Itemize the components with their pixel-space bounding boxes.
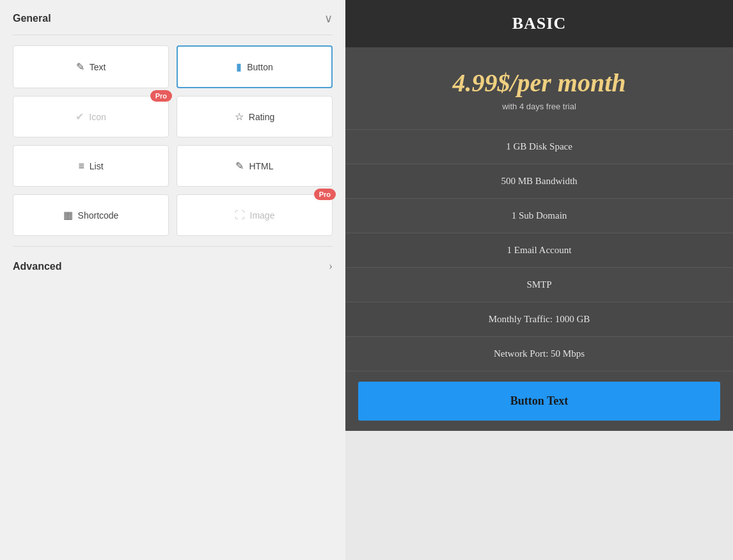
widget-text[interactable]: ✎ Text: [13, 45, 169, 88]
pricing-feature-2: 1 Sub Domain: [345, 199, 733, 233]
widget-image-label: Image: [250, 210, 275, 221]
pricing-feature-4: SMTP: [345, 268, 733, 302]
pricing-feature-6: Network Port: 50 Mbps: [345, 337, 733, 371]
widget-button[interactable]: ▮ Button: [177, 45, 333, 88]
widget-rating[interactable]: ☆ Rating: [177, 96, 333, 137]
pricing-cta-button[interactable]: Button Text: [358, 382, 720, 421]
pricing-price-section: 4.99$/per month with 4 days free trial: [345, 47, 733, 130]
general-section-header[interactable]: General ∨: [13, 0, 333, 35]
pricing-feature-0: 1 GB Disk Space: [345, 130, 733, 164]
widget-shortcode[interactable]: ▦ Shortcode: [13, 194, 169, 236]
text-widget-icon: ✎: [76, 61, 84, 73]
pricing-card: BASIC 4.99$/per month with 4 days free t…: [345, 0, 733, 431]
widget-rating-label: Rating: [249, 112, 274, 122]
icon-widget-icon: ✔: [75, 111, 84, 123]
widget-image[interactable]: Pro ⛶ Image: [177, 194, 333, 236]
pricing-card-title: BASIC: [512, 14, 566, 33]
advanced-chevron-icon: ›: [329, 260, 333, 273]
widget-list-label: List: [90, 161, 104, 171]
pricing-feature-5: Monthly Traffic: 1000 GB: [345, 302, 733, 337]
left-panel: General ∨ ✎ Text ▮ Button Pro ✔ Icon ☆ R…: [0, 0, 345, 560]
widget-icon-label: Icon: [89, 112, 106, 122]
pricing-button-section: Button Text: [345, 371, 733, 431]
rating-widget-icon: ☆: [235, 111, 244, 123]
pricing-feature-3: 1 Email Account: [345, 233, 733, 268]
html-widget-icon: ✎: [235, 160, 244, 172]
icon-pro-badge: Pro: [150, 90, 172, 102]
widget-list[interactable]: ≡ List: [13, 145, 169, 187]
widget-html-label: HTML: [249, 161, 273, 171]
advanced-section-header[interactable]: Advanced ›: [13, 246, 333, 286]
right-panel: BASIC 4.99$/per month with 4 days free t…: [345, 0, 733, 560]
list-widget-icon: ≡: [78, 160, 84, 172]
pricing-price: 4.99$/per month: [358, 68, 720, 98]
advanced-section-title: Advanced: [13, 261, 61, 272]
pricing-trial-text: with 4 days free trial: [358, 102, 720, 111]
widget-shortcode-label: Shortcode: [78, 210, 119, 221]
widget-button-label: Button: [247, 62, 272, 72]
widget-icon[interactable]: Pro ✔ Icon: [13, 96, 169, 137]
image-widget-icon: ⛶: [235, 210, 245, 221]
button-widget-icon: ▮: [236, 61, 242, 73]
general-chevron-icon: ∨: [324, 12, 333, 26]
widget-html[interactable]: ✎ HTML: [177, 145, 333, 187]
general-section-title: General: [13, 13, 51, 24]
shortcode-widget-icon: ▦: [63, 209, 73, 221]
widgets-grid: ✎ Text ▮ Button Pro ✔ Icon ☆ Rating ≡ Li…: [13, 35, 333, 246]
image-pro-badge: Pro: [314, 189, 336, 200]
pricing-feature-1: 500 MB Bandwidth: [345, 164, 733, 199]
widget-text-label: Text: [90, 62, 106, 72]
pricing-header: BASIC: [345, 0, 733, 47]
